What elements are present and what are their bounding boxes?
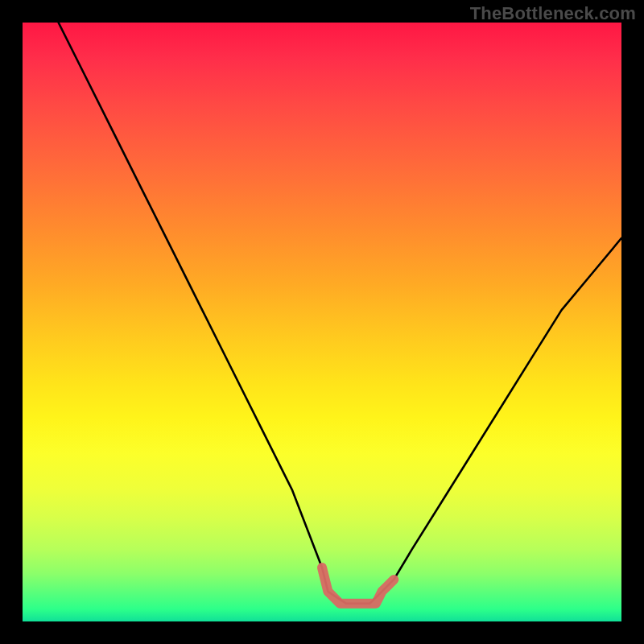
chart-plot-area bbox=[23, 23, 621, 621]
watermark-label: TheBottleneck.com bbox=[470, 3, 636, 24]
chart-frame: TheBottleneck.com bbox=[0, 0, 644, 644]
valley-highlight-path bbox=[322, 568, 394, 604]
bottleneck-curve-path bbox=[59, 23, 621, 604]
chart-svg bbox=[23, 23, 621, 621]
